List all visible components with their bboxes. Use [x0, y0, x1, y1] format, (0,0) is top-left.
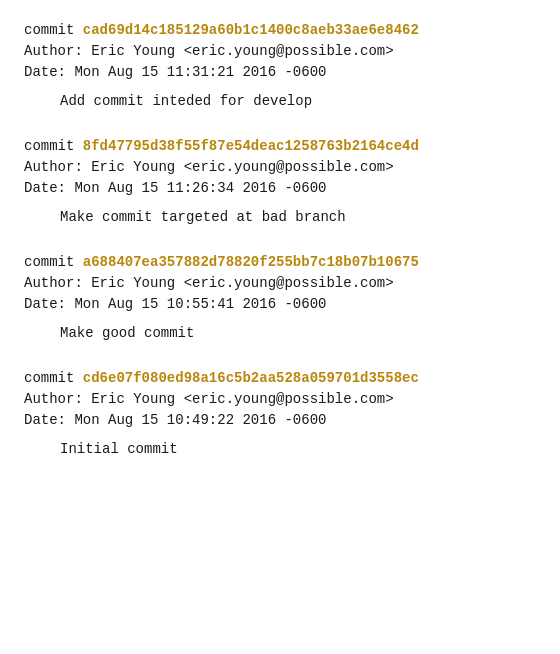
- commit-message: Add commit inteded for develop: [24, 91, 536, 112]
- commit-hash: 8fd47795d38f55f87e54deac1258763b2164ce4d: [83, 138, 419, 154]
- commit-date-line: Date: Mon Aug 15 11:26:34 2016 -0600: [24, 178, 536, 199]
- commit-block: commit 8fd47795d38f55f87e54deac1258763b2…: [24, 136, 536, 228]
- commit-message: Make commit targeted at bad branch: [24, 207, 536, 228]
- commit-hash-line: commit cad69d14c185129a60b1c1400c8aeb33a…: [24, 20, 536, 41]
- commit-message: Initial commit: [24, 439, 536, 460]
- commit-block: commit a688407ea357882d78820f255bb7c18b0…: [24, 252, 536, 344]
- commit-keyword: commit: [24, 22, 83, 38]
- commit-date-line: Date: Mon Aug 15 11:31:21 2016 -0600: [24, 62, 536, 83]
- commit-hash-line: commit 8fd47795d38f55f87e54deac1258763b2…: [24, 136, 536, 157]
- commit-block: commit cad69d14c185129a60b1c1400c8aeb33a…: [24, 20, 536, 112]
- commit-date-line: Date: Mon Aug 15 10:49:22 2016 -0600: [24, 410, 536, 431]
- commit-hash-line: commit a688407ea357882d78820f255bb7c18b0…: [24, 252, 536, 273]
- commit-log: commit cad69d14c185129a60b1c1400c8aeb33a…: [24, 20, 536, 460]
- commit-author-line: Author: Eric Young <eric.young@possible.…: [24, 273, 536, 294]
- commit-author-line: Author: Eric Young <eric.young@possible.…: [24, 157, 536, 178]
- commit-keyword: commit: [24, 138, 83, 154]
- commit-hash: cad69d14c185129a60b1c1400c8aeb33ae6e8462: [83, 22, 419, 38]
- commit-author-line: Author: Eric Young <eric.young@possible.…: [24, 41, 536, 62]
- commit-message: Make good commit: [24, 323, 536, 344]
- commit-block: commit cd6e07f080ed98a16c5b2aa528a059701…: [24, 368, 536, 460]
- commit-hash-line: commit cd6e07f080ed98a16c5b2aa528a059701…: [24, 368, 536, 389]
- commit-author-line: Author: Eric Young <eric.young@possible.…: [24, 389, 536, 410]
- commit-hash: cd6e07f080ed98a16c5b2aa528a059701d3558ec: [83, 370, 419, 386]
- commit-date-line: Date: Mon Aug 15 10:55:41 2016 -0600: [24, 294, 536, 315]
- commit-keyword: commit: [24, 370, 83, 386]
- commit-keyword: commit: [24, 254, 83, 270]
- commit-hash: a688407ea357882d78820f255bb7c18b07b10675: [83, 254, 419, 270]
